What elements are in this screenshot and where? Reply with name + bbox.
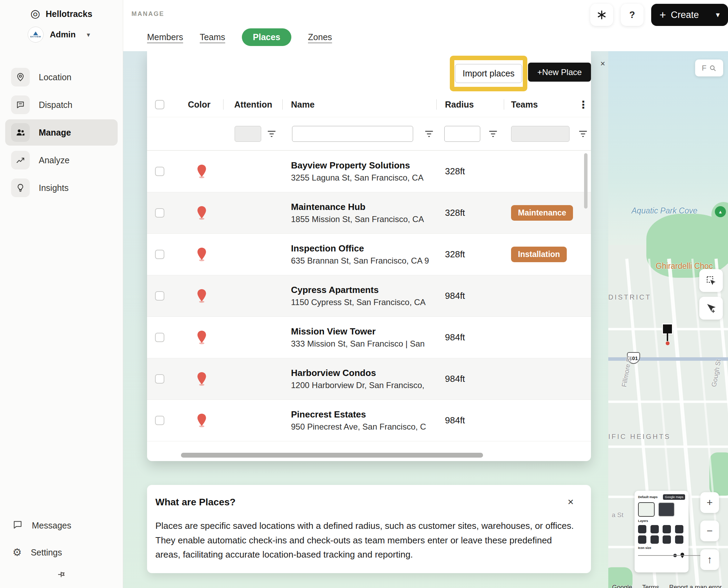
sidebar-item-location[interactable]: Location xyxy=(5,64,118,90)
table-row[interactable]: Harborview Condos1200 Harborview Dr, San… xyxy=(147,358,591,399)
account-switcher[interactable]: BAYVIEW Admin ▾ xyxy=(0,21,123,46)
table-row[interactable]: Cypress Apartments1150 Cypress St, San F… xyxy=(147,275,591,316)
horizontal-scrollbar[interactable] xyxy=(147,450,591,462)
tab-members[interactable]: Members xyxy=(147,32,183,42)
place-address: 333 Mission St, San Francisco | San xyxy=(291,339,434,349)
marker-stem xyxy=(667,333,668,341)
place-address: 1200 Harborview Dr, San Francisco, xyxy=(291,380,434,390)
map-style-dark-thumb[interactable] xyxy=(658,502,675,517)
table-row[interactable]: Maintenance Hub1855 Mission St, San Fran… xyxy=(147,192,591,233)
row-checkbox[interactable] xyxy=(155,333,164,342)
tab-zones[interactable]: Zones xyxy=(308,32,332,42)
zoom-out-button[interactable]: − xyxy=(700,521,719,541)
layer-toggle[interactable] xyxy=(675,525,683,533)
place-radius: 328ft xyxy=(436,166,504,177)
place-pin-icon xyxy=(197,414,207,428)
map-search-box[interactable]: F xyxy=(695,59,723,76)
sidebar-item-insights[interactable]: Insights xyxy=(5,175,118,201)
tab-places[interactable]: Places xyxy=(242,28,291,46)
sidebar-item-settings[interactable]: ⚙ Settings xyxy=(0,539,123,566)
row-checkbox[interactable] xyxy=(155,250,164,259)
column-header-name[interactable]: Name xyxy=(282,92,436,117)
zoom-in-button[interactable]: + xyxy=(700,492,719,513)
layer-toggle[interactable] xyxy=(663,525,671,533)
close-card-icon[interactable]: × xyxy=(567,497,574,507)
sidebar-item-messages[interactable]: Messages xyxy=(0,512,123,539)
report-map-error-link[interactable]: Report a map error xyxy=(669,584,722,588)
name-filter-input[interactable] xyxy=(292,126,413,142)
horizontal-scrollbar-thumb[interactable] xyxy=(181,453,483,458)
map[interactable]: 101 Aquatic Park Cove ▲ Ghirardelli Choc… xyxy=(608,51,728,588)
add-waypoint-tool-button[interactable] xyxy=(699,297,723,320)
help-button[interactable]: ? xyxy=(621,4,644,26)
tabs: Members Teams Places Zones xyxy=(147,28,332,46)
place-name: Maintenance Hub xyxy=(291,202,434,212)
column-header-color[interactable]: Color xyxy=(180,92,223,117)
selected-place-marker[interactable] xyxy=(663,324,672,345)
row-checkbox[interactable] xyxy=(155,167,164,176)
sidebar-collapse[interactable] xyxy=(0,566,123,588)
layer-toggle[interactable] xyxy=(638,525,646,533)
filter-icon[interactable] xyxy=(488,129,498,139)
layer-toggle[interactable] xyxy=(675,535,683,544)
chevron-down-icon[interactable]: ▾ xyxy=(87,31,90,39)
filter-icon[interactable] xyxy=(578,129,588,139)
row-checkbox[interactable] xyxy=(155,374,164,384)
radius-filter-input[interactable] xyxy=(444,126,480,142)
place-address: 3255 Laguna St, San Francisco, CA xyxy=(291,173,434,183)
layer-toggle[interactable] xyxy=(650,535,659,544)
card-title: What are Places? xyxy=(155,497,236,508)
sidebar-nav: Location Dispatch Manage Analyze xyxy=(0,64,123,201)
sidebar-item-label: Manage xyxy=(39,128,71,138)
map-style-default-thumb[interactable] xyxy=(638,502,655,517)
map-settings-panel[interactable]: Default maps Google maps Layers xyxy=(635,491,689,572)
row-checkbox[interactable] xyxy=(155,208,164,218)
layer-toggle[interactable] xyxy=(650,525,659,533)
table-row[interactable]: Bayview Property Solutions3255 Laguna St… xyxy=(147,150,591,192)
table-row[interactable]: Pinecrest Estates950 Pinecrest Ave, San … xyxy=(147,399,591,441)
sidebar-spacer xyxy=(0,201,123,512)
marker-dot xyxy=(666,341,670,345)
column-header-attention[interactable]: Attention xyxy=(223,92,282,117)
close-panel-button[interactable]: × xyxy=(597,57,609,70)
table-row[interactable]: Mission View Tower333 Mission St, San Fr… xyxy=(147,316,591,358)
table-row[interactable]: Inspection Office635 Brannan St, San Fra… xyxy=(147,233,591,275)
map-street xyxy=(608,401,728,403)
place-address: 1150 Cypress St, San Francisco, CA xyxy=(291,297,434,307)
vertical-scrollbar-thumb[interactable] xyxy=(584,153,588,209)
row-checkbox[interactable] xyxy=(155,291,164,301)
place-name: Mission View Tower xyxy=(291,326,434,337)
cursor-plus-icon xyxy=(706,303,716,313)
new-place-button[interactable]: +New Place xyxy=(528,63,591,82)
pan-up-button[interactable]: ↑ xyxy=(700,549,719,570)
hellotracks-logo-icon: ◎ xyxy=(30,7,40,20)
import-places-button[interactable]: Import places xyxy=(455,64,522,83)
create-button[interactable]: + Create ▾ xyxy=(651,4,728,26)
column-header-radius[interactable]: Radius xyxy=(436,92,504,117)
tab-teams[interactable]: Teams xyxy=(200,32,225,42)
select-cursor-icon xyxy=(706,275,716,286)
attention-filter-input[interactable] xyxy=(235,126,261,142)
teams-filter-input[interactable] xyxy=(511,126,570,142)
brand: ◎ Hellotracks xyxy=(0,0,123,21)
map-settings-default-label[interactable]: Default maps xyxy=(638,495,658,499)
layer-toggle[interactable] xyxy=(663,535,671,544)
terms-link[interactable]: Terms xyxy=(642,584,659,588)
sidebar-item-dispatch[interactable]: Dispatch xyxy=(5,92,118,118)
map-street xyxy=(608,445,728,448)
column-menu-icon[interactable]: ⋮ xyxy=(576,99,591,111)
filter-icon[interactable] xyxy=(424,129,434,139)
ai-assistant-button[interactable] xyxy=(590,4,613,26)
sidebar-item-analyze[interactable]: Analyze xyxy=(5,147,118,173)
icon-size-slider[interactable] xyxy=(638,553,685,558)
select-all-checkbox[interactable] xyxy=(155,100,164,109)
column-header-teams[interactable]: Teams xyxy=(504,92,576,117)
sidebar-item-manage[interactable]: Manage xyxy=(5,119,118,146)
layer-toggle[interactable] xyxy=(638,535,646,544)
map-settings-google-label[interactable]: Google maps xyxy=(663,494,685,500)
row-checkbox[interactable] xyxy=(155,416,164,425)
filter-icon[interactable] xyxy=(266,129,277,139)
park-poi-icon[interactable]: ▲ xyxy=(715,206,726,217)
icon-size-label: Icon size xyxy=(638,546,685,550)
select-area-tool-button[interactable] xyxy=(699,269,723,292)
